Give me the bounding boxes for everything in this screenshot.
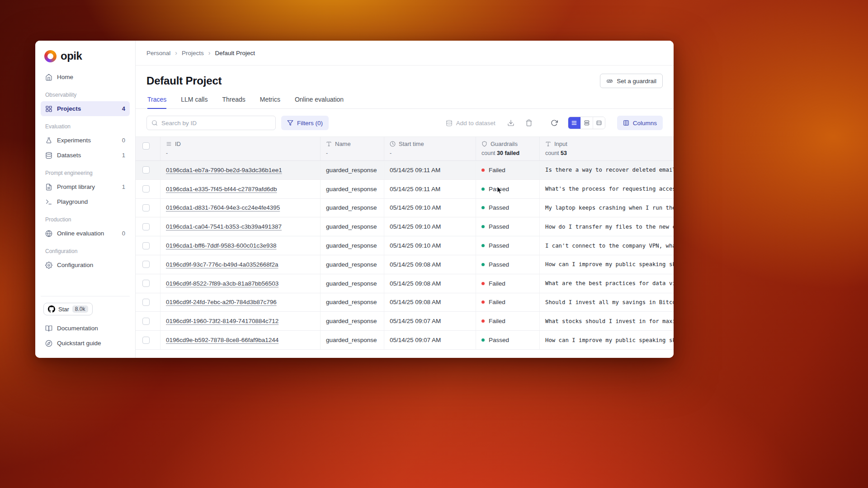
search-box[interactable] (146, 116, 276, 130)
set-guardrail-button[interactable]: Set a guardrail (600, 74, 663, 88)
flask-icon (45, 137, 52, 144)
trace-input-cell: How can I improve my public speaking ski… (540, 331, 674, 349)
refresh-button[interactable] (548, 117, 561, 129)
status-dot-failed (481, 300, 485, 304)
trace-input-cell: What's the process for requesting access… (540, 180, 674, 198)
main-content: Personal › Projects › Default Project De… (136, 41, 674, 358)
download-button[interactable] (505, 117, 517, 129)
tab-threads[interactable]: Threads (222, 96, 245, 109)
table-row[interactable]: 0196cda1-eb7a-7990-be2d-9a3dc36b1ee1 gua… (136, 161, 674, 180)
trace-id-link[interactable]: 0196cda1-ca04-7541-b353-c3b39a491387 (166, 223, 282, 230)
delete-button[interactable] (523, 117, 535, 129)
breadcrumb-item-projects[interactable]: Projects (182, 50, 204, 56)
trace-name-cell: guarded_response (321, 255, 384, 274)
table-row[interactable]: 0196cda1-d831-7604-94e3-cc24e4fe4395 gua… (136, 199, 674, 218)
trace-id-link[interactable]: 0196cd9f-1960-73f2-8149-74170884c712 (166, 318, 278, 324)
add-to-dataset-button[interactable]: Add to dataset (442, 116, 499, 130)
sidebar-item-datasets[interactable]: Datasets 1 (41, 148, 130, 163)
tab-metrics[interactable]: Metrics (260, 96, 280, 109)
row-checkbox[interactable] (142, 166, 150, 174)
trace-name-cell: guarded_response (321, 161, 384, 179)
sidebar-item-configuration[interactable]: Configuration (41, 258, 130, 272)
sidebar-item-label: Playground (57, 198, 88, 205)
row-checkbox[interactable] (142, 185, 150, 192)
table-row[interactable]: 0196cda1-e335-7f45-bf44-c27879afd6db gua… (136, 180, 674, 199)
trace-input-cell: My laptop keeps crashing when I run the … (540, 199, 674, 217)
sidebar-item-home[interactable]: Home (41, 70, 130, 84)
row-checkbox[interactable] (142, 223, 150, 230)
status-dot-passed (481, 338, 485, 342)
row-checkbox[interactable] (142, 337, 150, 344)
tab-traces[interactable]: Traces (147, 96, 166, 109)
density-compact-button[interactable] (568, 117, 580, 129)
github-star-button[interactable]: Star 8.0k (43, 303, 93, 315)
columns-label: Columns (633, 120, 657, 127)
trace-id-link[interactable]: 0196cd9e-b592-7878-8ce8-66faf9ba1244 (166, 337, 278, 343)
column-header-input[interactable]: Input count 53 (540, 137, 674, 160)
sidebar-item-prompt-library[interactable]: Prompt library 1 (41, 179, 130, 194)
trace-id-link[interactable]: 0196cd9f-8522-7f89-a3cb-81a87bb56503 (166, 280, 278, 287)
trace-name-cell: guarded_response (321, 217, 384, 236)
trace-id-link[interactable]: 0196cd9f-24fd-7ebc-a2f0-784d3b87c796 (166, 299, 277, 305)
row-checkbox[interactable] (142, 318, 150, 325)
sidebar-item-projects[interactable]: Projects 4 (41, 101, 130, 116)
sidebar-item-documentation[interactable]: Documentation (41, 321, 130, 336)
filters-button[interactable]: Filters (0) (281, 116, 329, 130)
trace-input-cell: What are the best practices for data vis… (540, 274, 674, 293)
trace-input-cell: How can I improve my public speaking ski… (540, 255, 674, 274)
page-header: Default Project Set a guardrail (136, 66, 674, 88)
sidebar-item-label: Configuration (57, 262, 93, 268)
database-icon (446, 120, 453, 127)
sidebar-item-online-evaluation[interactable]: Online evaluation 0 (41, 226, 130, 241)
sidebar-item-quickstart-guide[interactable]: Quickstart guide (41, 336, 130, 351)
sidebar-item-label: Home (57, 74, 73, 80)
table-row[interactable]: 0196cd9f-8522-7f89-a3cb-81a87bb56503 gua… (136, 274, 674, 293)
sidebar-item-label: Prompt library (57, 183, 95, 190)
trace-id-link[interactable]: 0196cd9f-93c7-776c-b49d-4a0352668f2a (166, 261, 278, 268)
trace-id-link[interactable]: 0196cda1-eb7a-7990-be2d-9a3dc36b1ee1 (166, 167, 282, 174)
opik-logo-text: opik (61, 50, 82, 62)
columns-button[interactable]: Columns (617, 116, 663, 130)
row-checkbox[interactable] (142, 299, 150, 306)
trace-name-cell: guarded_response (321, 199, 384, 217)
table-row[interactable]: 0196cda1-bff6-7ddf-9583-600c01c3e938 gua… (136, 236, 674, 255)
tab-online-evaluation[interactable]: Online evaluation (295, 96, 344, 109)
column-header-name[interactable]: Name - (321, 137, 384, 160)
sidebar-item-playground[interactable]: Playground (41, 194, 130, 209)
traces-table: ID - Name - Start time - Guardrails coun… (136, 136, 674, 358)
column-header-start-time[interactable]: Start time - (384, 137, 476, 160)
row-checkbox[interactable] (142, 280, 150, 287)
breadcrumb-item-current: Default Project (215, 50, 255, 56)
trace-name-cell: guarded_response (321, 312, 384, 330)
density-medium-button[interactable] (580, 117, 593, 129)
guardrails-status-cell: Passed (476, 180, 540, 198)
table-row[interactable]: 0196cd9f-24fd-7ebc-a2f0-784d3b87c796 gua… (136, 293, 674, 312)
table-row[interactable]: 0196cda1-ca04-7541-b353-c3b39a491387 gua… (136, 217, 674, 236)
row-checkbox[interactable] (142, 242, 150, 249)
globe-icon (45, 230, 52, 237)
row-checkbox[interactable] (142, 204, 150, 211)
column-header-id[interactable]: ID - (160, 137, 321, 160)
trace-id-link[interactable]: 0196cda1-bff6-7ddf-9583-600c01c3e938 (166, 242, 276, 249)
guardrails-status-cell: Passed (476, 255, 540, 274)
trace-name-cell: guarded_response (321, 180, 384, 198)
trace-id-link[interactable]: 0196cda1-d831-7604-94e3-cc24e4fe4395 (166, 204, 280, 211)
table-row[interactable]: 0196cd9f-1960-73f2-8149-74170884c712 gua… (136, 312, 674, 331)
trace-start-time-cell: 05/14/25 09:11 AM (384, 180, 476, 198)
tab-llm-calls[interactable]: LLM calls (181, 96, 208, 109)
sidebar-item-count: 1 (122, 183, 125, 190)
density-large-button[interactable] (593, 117, 605, 129)
row-checkbox[interactable] (142, 261, 150, 268)
sidebar-item-experiments[interactable]: Experiments 0 (41, 133, 130, 148)
select-all-checkbox[interactable] (142, 142, 150, 150)
column-header-guardrails[interactable]: Guardrails count 30 failed (476, 137, 540, 160)
table-row[interactable]: 0196cd9f-93c7-776c-b49d-4a0352668f2a gua… (136, 255, 674, 274)
trace-id-link[interactable]: 0196cda1-e335-7f45-bf44-c27879afd6db (166, 186, 277, 192)
table-row[interactable]: 0196cd9e-b592-7878-8ce8-66faf9ba1244 gua… (136, 331, 674, 350)
search-input[interactable] (161, 120, 271, 127)
breadcrumb-item-personal[interactable]: Personal (146, 50, 170, 56)
gear-icon (45, 262, 52, 269)
status-dot-failed (481, 282, 485, 285)
trace-start-time-cell: 05/14/25 09:08 AM (384, 274, 476, 293)
trace-start-time-cell: 05/14/25 09:10 AM (384, 236, 476, 255)
